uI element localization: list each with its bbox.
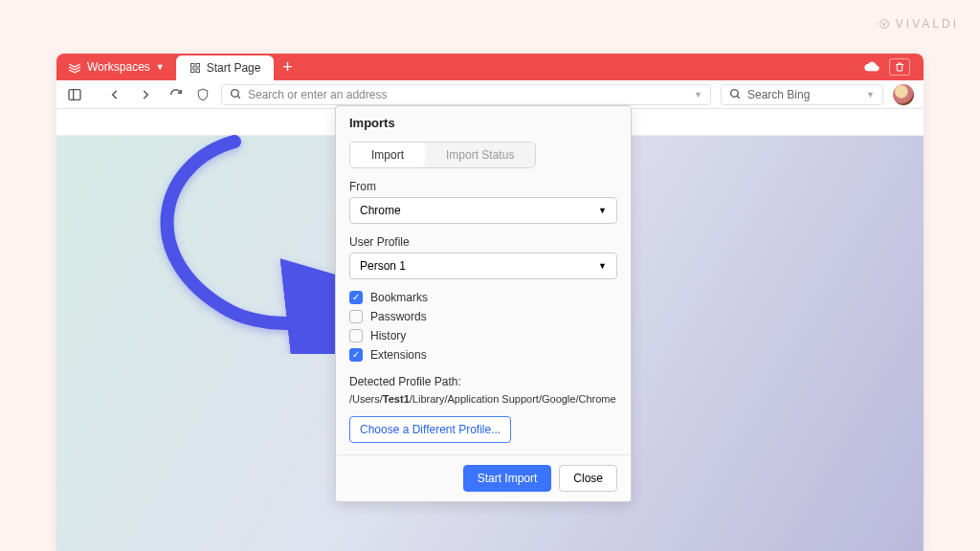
checkbox-label: Passwords — [370, 310, 427, 323]
checkbox-icon — [349, 310, 363, 323]
svg-rect-4 — [196, 69, 200, 73]
checkbox-history[interactable]: History — [349, 329, 617, 342]
dialog-title: Imports — [349, 116, 617, 130]
shield-icon[interactable] — [194, 86, 212, 103]
svg-point-0 — [880, 20, 888, 29]
imports-dialog: Imports Import Import Status From Chrome… — [335, 105, 632, 502]
from-select[interactable]: Chrome▼ — [349, 197, 617, 224]
checkbox-label: History — [370, 329, 406, 342]
start-import-button[interactable]: Start Import — [463, 465, 552, 492]
checkbox-bookmarks[interactable]: Bookmarks — [349, 291, 617, 304]
user-profile-label: User Profile — [349, 235, 617, 249]
detected-path-label: Detected Profile Path: — [349, 375, 617, 388]
svg-line-10 — [737, 96, 740, 99]
panel-toggle-icon[interactable] — [66, 86, 83, 103]
reload-button[interactable] — [167, 86, 185, 103]
checkbox-icon — [349, 291, 363, 304]
new-tab-button[interactable]: + — [274, 54, 301, 80]
close-button[interactable]: Close — [559, 465, 617, 492]
svg-line-8 — [237, 96, 240, 99]
checkbox-extensions[interactable]: Extensions — [349, 348, 617, 362]
trash-button[interactable] — [889, 58, 910, 76]
user-profile-select[interactable]: Person 1▼ — [349, 253, 617, 279]
search-icon — [230, 88, 242, 100]
svg-rect-5 — [69, 89, 80, 99]
profile-avatar[interactable] — [893, 84, 914, 105]
vivaldi-watermark: VIVALDI — [879, 17, 959, 31]
checkbox-label: Extensions — [370, 348, 427, 362]
tab-import[interactable]: Import — [350, 143, 425, 167]
svg-point-9 — [731, 90, 739, 98]
checkbox-label: Bookmarks — [370, 291, 428, 304]
checkbox-passwords[interactable]: Passwords — [349, 310, 617, 323]
search-engine-icon — [729, 88, 742, 100]
svg-rect-1 — [190, 64, 194, 68]
checkbox-icon — [349, 329, 363, 342]
checkbox-icon — [349, 348, 363, 362]
svg-rect-3 — [190, 69, 194, 73]
from-label: From — [349, 180, 617, 193]
detected-path-value: /Users/Test1/Library/Application Support… — [349, 393, 617, 405]
choose-different-profile-button[interactable]: Choose a Different Profile... — [349, 416, 511, 443]
chevron-down-icon[interactable]: ▼ — [694, 90, 702, 99]
svg-point-7 — [232, 90, 239, 98]
back-button[interactable] — [106, 86, 123, 103]
address-input[interactable]: Search or enter an address ▼ — [221, 84, 711, 105]
chevron-down-icon[interactable]: ▼ — [866, 90, 875, 99]
workspaces-button[interactable]: Workspaces ▼ — [56, 54, 176, 80]
tab-import-status[interactable]: Import Status — [425, 143, 535, 167]
tab-segmented-control: Import Import Status — [349, 142, 536, 168]
search-engine-input[interactable]: Search Bing ▼ — [721, 84, 883, 105]
sync-cloud-icon[interactable] — [864, 61, 880, 73]
tab-start-page[interactable]: Start Page — [176, 55, 275, 80]
forward-button[interactable] — [137, 86, 154, 103]
tab-strip: Workspaces ▼ Start Page + — [56, 54, 924, 80]
svg-rect-2 — [196, 64, 200, 68]
